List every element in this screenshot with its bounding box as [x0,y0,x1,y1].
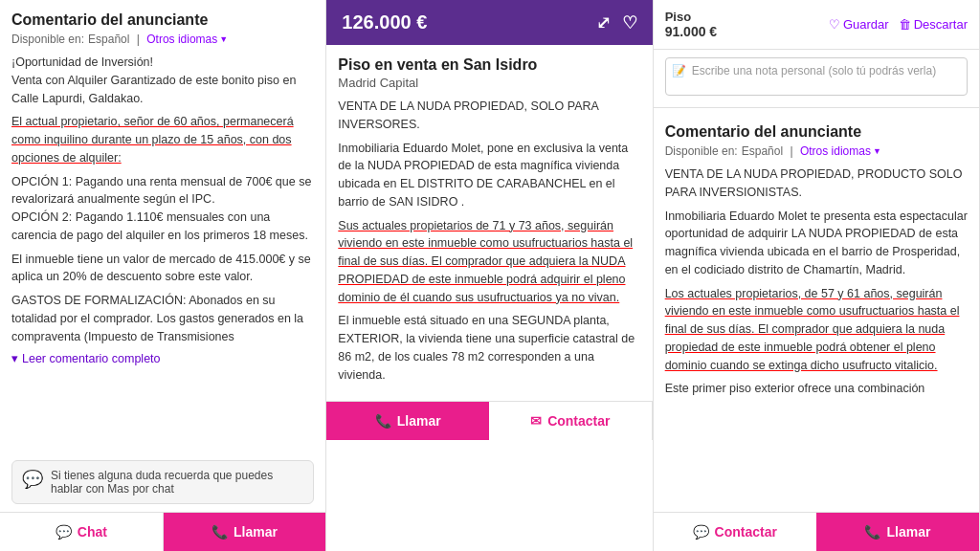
right-save-button[interactable]: ♡ Guardar [829,17,889,32]
right-underline-text: Los actuales propietarios, de 57 y 61 añ… [665,287,960,372]
left-underline: El actual propietario, señor de 60 años,… [11,113,314,166]
middle-price-bar: 126.000 € ⤢ ♡ [326,0,652,45]
left-content: Comentario del anunciante Disponible en:… [0,0,325,460]
discard-label: Descartar [914,17,968,32]
right-label: Piso [665,10,718,24]
chat-icon: 💬 [22,469,43,490]
right-body2: Inmobiliaria Eduardo Molet te presenta e… [665,208,968,279]
chat-btn-icon: 💬 [56,524,72,540]
middle-call-button[interactable]: 📞 Llamar [326,402,489,440]
right-column: Piso 91.000 € ♡ Guardar 🗑 Descartar 📝 Es… [654,0,980,551]
left-chat-bubble: 💬 Si tienes alguna duda recuerda que pue… [11,460,314,504]
call-btn-icon-left: 📞 [212,524,228,540]
share-icon[interactable]: ⤢ [596,12,611,33]
call-icon-right: 📞 [864,524,880,540]
right-title: Comentario del anunciante [665,123,968,141]
left-body1: ¡Oportunidad de Inversión! Venta con Alq… [11,54,314,107]
right-call-button[interactable]: 📞 Llamar [816,513,979,551]
middle-content: Piso en venta en San Isidro Madrid Capit… [326,45,652,401]
middle-price: 126.000 € [342,11,427,33]
left-body4: GASTOS DE FORMALIZACIÓN: Abonados en su … [11,292,314,345]
left-body3: El inmueble tiene un valor de mercado de… [11,251,314,287]
middle-location: Madrid Capital [338,76,640,90]
right-discard-button[interactable]: 🗑 Descartar [899,17,968,32]
middle-underline: Sus actuales propietarios de 71 y 73 año… [338,217,640,307]
left-read-more[interactable]: Leer comentario completo [11,351,314,365]
heart-save-icon: ♡ [829,17,840,32]
right-available-label: Disponible en: [665,144,738,158]
right-note-area[interactable]: 📝 Escribe una nota personal (solo tú pod… [665,57,968,96]
trash-icon: 🗑 [899,17,911,32]
right-lang-row: Disponible en: Español | Otros idiomas [665,144,968,158]
call-btn-label-left: Llamar [234,524,278,540]
middle-body1: VENTA DE LA NUDA PROPIEDAD, SOLO PARA IN… [338,98,640,134]
left-other-langs[interactable]: Otros idiomas [146,33,228,46]
right-pipe: | [787,144,796,158]
left-pipe: | [133,33,143,46]
left-underline-text: El actual propietario, señor de 60 años,… [11,115,294,165]
left-column: Comentario del anunciante Disponible en:… [0,0,326,551]
middle-price-actions: ⤢ ♡ [596,12,637,33]
chat-btn-label: Chat [78,524,107,540]
right-divider [654,107,979,108]
contact-label-right: Contactar [715,524,777,540]
right-contact-button[interactable]: 💬 Contactar [654,513,816,551]
note-placeholder: Escribe una nota personal (solo tú podrá… [692,64,936,77]
right-price: 91.000 € [665,24,718,39]
middle-body3: El inmueble está situado en una SEGUNDA … [338,312,640,384]
right-top-bar: Piso 91.000 € ♡ Guardar 🗑 Descartar [654,0,979,50]
contact-icon-middle: ✉ [530,413,542,429]
left-chat-button[interactable]: 💬 Chat [0,513,164,551]
right-body1: VENTA DE LA NUDA PROPIEDAD, PRODUCTO SOL… [665,165,968,202]
right-bottom-buttons: 💬 Contactar 📞 Llamar [654,512,979,551]
left-call-button[interactable]: 📞 Llamar [164,513,326,551]
heart-icon[interactable]: ♡ [622,12,637,33]
right-underline: Los actuales propietarios, de 57 y 61 añ… [665,285,968,375]
left-lang-row: Disponible en: Español | Otros idiomas [11,33,314,46]
middle-underline-text: Sus actuales propietarios de 71 y 73 año… [338,219,633,304]
contact-icon-right: 💬 [693,524,709,540]
left-available-label: Disponible en: [11,33,84,46]
call-icon-middle: 📞 [375,413,391,429]
middle-bottom-buttons: 📞 Llamar ✉ Contactar [326,401,652,440]
call-label-middle: Llamar [397,413,441,429]
contact-label-middle: Contactar [547,413,610,429]
note-icon: 📝 [672,64,686,77]
left-title: Comentario del anunciante [11,11,314,29]
chat-bubble-text: Si tienes alguna duda recuerda que puede… [51,469,303,496]
left-body2: OPCIÓN 1: Pagando una renta mensual de 7… [11,173,314,245]
right-top-left: Piso 91.000 € [665,10,718,39]
left-lang: Español [88,33,129,46]
right-content: Comentario del anunciante Disponible en:… [654,112,979,512]
right-other-langs[interactable]: Otros idiomas [800,144,881,158]
save-label: Guardar [843,17,889,32]
middle-contact-button[interactable]: ✉ Contactar [489,402,653,440]
middle-body2: Inmobiliaria Eduardo Molet, pone en excl… [338,140,640,211]
middle-property-title: Piso en venta en San Isidro [338,56,640,74]
left-bottom-buttons: 💬 Chat 📞 Llamar [0,512,325,551]
right-body3: Este primer piso exterior ofrece una com… [665,380,968,398]
right-top-actions: ♡ Guardar 🗑 Descartar [829,17,968,32]
right-lang: Español [742,144,783,158]
call-label-right: Llamar [886,524,930,540]
middle-column: 126.000 € ⤢ ♡ Piso en venta en San Isidr… [326,0,653,551]
